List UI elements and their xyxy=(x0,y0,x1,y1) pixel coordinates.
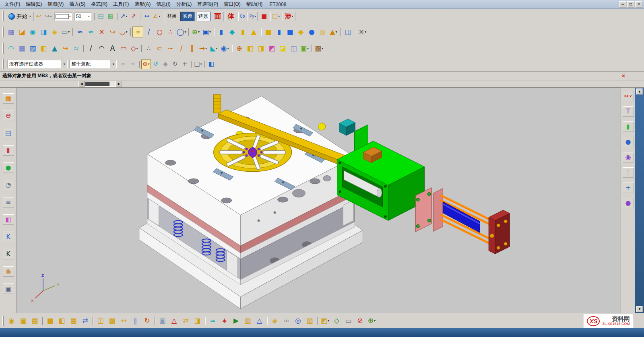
sphere-tool[interactable]: ● xyxy=(623,137,634,147)
swept-gold-button[interactable]: ◧ xyxy=(38,43,49,54)
copy-geometry-button[interactable]: ◧ xyxy=(245,43,256,54)
arrangements-button[interactable]: ▥ xyxy=(242,315,254,327)
offset-curve-button[interactable]: ⊂ xyxy=(154,43,165,54)
product-interface-button[interactable]: ◈ xyxy=(269,315,281,327)
boss-button-dropdown-icon[interactable]: ▾ xyxy=(336,30,337,34)
assembly-constraints-button[interactable]: ∥ xyxy=(130,315,141,327)
relations-browser-button[interactable]: ◎ xyxy=(292,315,304,327)
through-curves-button[interactable]: ◨ xyxy=(38,27,49,37)
datum-cross-tool[interactable]: + xyxy=(623,183,634,193)
toolbar-grip[interactable] xyxy=(2,316,4,326)
operation-navigator-tab[interactable]: ▮ xyxy=(3,145,14,156)
direct-sketch-button[interactable]: ◪ xyxy=(17,27,27,37)
roles-tab[interactable]: ◉ xyxy=(3,266,14,277)
move-component-button[interactable]: ↔ xyxy=(118,315,130,327)
she-interference-button-dropdown-icon[interactable]: ▾ xyxy=(291,14,293,18)
snap-point-button-dropdown-icon[interactable]: ▾ xyxy=(148,62,150,66)
graphics-window[interactable]: Z Y X xyxy=(17,88,621,313)
point-button[interactable]: ∴ xyxy=(165,27,176,37)
minimize-button[interactable]: – xyxy=(619,1,626,8)
assembly-navigator-tab[interactable]: ▦ xyxy=(3,93,14,104)
join-curve-button[interactable]: ◡▾ xyxy=(118,27,129,37)
copy-py-button[interactable]: Py▾ xyxy=(248,12,258,21)
replace-button[interactable]: 替换 xyxy=(165,12,179,21)
mirror-assembly-button[interactable]: ⇄ xyxy=(79,315,91,327)
mold-wizard-tool[interactable]: ◉ xyxy=(623,152,634,162)
law-curve-button[interactable]: ↪ xyxy=(60,43,71,54)
sphere-button[interactable]: ● xyxy=(306,27,317,37)
iso-view-button[interactable]: ◧ xyxy=(206,60,216,69)
cone-teal-button[interactable]: ▲ xyxy=(49,43,60,54)
menu-format[interactable]: 格式(R) xyxy=(88,0,110,8)
graphics-viewport[interactable]: Z Y X xyxy=(17,88,621,313)
interference-check-button[interactable]: △ xyxy=(168,315,180,327)
pattern-face-button[interactable]: ▣▾ xyxy=(299,43,310,54)
studio-spline-button[interactable]: ≈ xyxy=(74,27,85,37)
bounded-plane-button-dropdown-icon[interactable]: ▾ xyxy=(68,30,70,34)
redo-button[interactable]: ↪▾ xyxy=(43,12,53,21)
boss-button[interactable]: ▲▾ xyxy=(328,27,339,37)
revolve-button[interactable]: ◆ xyxy=(227,27,237,37)
measure-distance-button[interactable]: ↔ xyxy=(142,12,152,21)
copy-py-button-dropdown-icon[interactable]: ▾ xyxy=(254,14,256,18)
datum-axis-button[interactable]: ◉▾ xyxy=(219,43,230,54)
pattern-face-button-dropdown-icon[interactable]: ▾ xyxy=(307,47,309,50)
part-navigator-tab[interactable]: ▤ xyxy=(3,128,14,138)
show-dof-button[interactable]: ↻ xyxy=(141,315,153,327)
delete-body-button[interactable]: ◫ xyxy=(288,43,299,54)
replace-component-button[interactable]: ⇄ xyxy=(180,315,192,327)
shaded-tool-button[interactable]: ◆ xyxy=(161,60,170,69)
trim-curve-button[interactable]: / xyxy=(176,43,187,54)
gold-box-button-dropdown-icon[interactable]: ▾ xyxy=(278,14,280,18)
rail-scroll-down-button[interactable]: ▼ xyxy=(636,306,643,312)
face-display-button[interactable]: 面 xyxy=(212,12,224,21)
information-palette-tab[interactable]: ≡ xyxy=(3,197,14,208)
gold-block-button[interactable]: ■ xyxy=(263,27,274,37)
selection-filter-dropdown-icon[interactable]: ▾ xyxy=(61,60,67,68)
history-tab[interactable]: ◔ xyxy=(3,180,14,190)
green-capsule-tool[interactable]: ▮ xyxy=(623,121,634,132)
cone-button[interactable]: ▲ xyxy=(248,27,259,37)
extrude-button[interactable]: ▮ xyxy=(216,27,227,37)
unite-button[interactable]: ⊕▾ xyxy=(190,27,201,37)
isolate-component-button-dropdown-icon[interactable]: ▾ xyxy=(328,319,329,323)
resource-options-tab[interactable]: ▣ xyxy=(3,284,14,294)
ellipse-button-dropdown-icon[interactable]: ▾ xyxy=(185,30,186,34)
menu-edit[interactable]: 编辑(E) xyxy=(23,0,45,8)
torus-button[interactable]: ◎ xyxy=(317,27,328,37)
object-color-dropdown[interactable]: ▾ xyxy=(54,12,72,21)
undo-button[interactable]: ↩ xyxy=(34,12,43,21)
copy-co-button[interactable]: Co xyxy=(238,12,247,21)
text-tool-button[interactable]: A xyxy=(107,43,118,54)
datum-axis-button-dropdown-icon[interactable]: ▾ xyxy=(227,47,229,50)
isolate-component-button[interactable]: ◩▾ xyxy=(319,315,331,327)
menu-help[interactable]: 帮助(H) xyxy=(244,0,266,8)
assembly-cut-button[interactable]: ⊘ xyxy=(354,315,366,327)
clearance-analysis-button[interactable]: △ xyxy=(254,315,265,327)
promote-body-button[interactable]: ◪ xyxy=(277,43,288,54)
cylinder-tool[interactable]: ▯ xyxy=(623,167,634,178)
point-set-button[interactable]: ∴ xyxy=(143,43,154,54)
edge-blend-button[interactable]: ◠ xyxy=(6,43,17,54)
menu-tools[interactable]: 工具(T) xyxy=(110,0,132,8)
curve-length-button[interactable]: →▾ xyxy=(198,43,208,54)
cylinder-button[interactable]: ▮ xyxy=(237,27,248,37)
rectangle-select-button[interactable]: □▾ xyxy=(193,60,203,69)
suppress-feature-button[interactable]: ▩▾ xyxy=(314,43,324,54)
make-unique-button[interactable]: ◨ xyxy=(192,315,203,327)
translucent-display-button[interactable]: 实透 xyxy=(180,12,195,21)
blue-cylinder-button[interactable]: ▮ xyxy=(274,27,285,37)
component-groups-button[interactable]: ▧ xyxy=(304,315,316,327)
red-cube-button[interactable]: ■ xyxy=(259,12,269,21)
paste-geometry-button[interactable]: ◨ xyxy=(256,43,266,54)
wave-geometry-linker-button[interactable]: ≈ xyxy=(207,315,219,327)
selection-scope-dropdown-icon[interactable]: ▾ xyxy=(110,60,116,68)
interpart-links-button[interactable]: ∞ xyxy=(281,315,292,327)
body-display-button[interactable]: 体 xyxy=(225,12,237,21)
measure-angle-button[interactable]: ∠▾ xyxy=(152,12,161,21)
open-component-button[interactable]: ▣ xyxy=(17,315,29,327)
visual-reports-tab[interactable]: K xyxy=(3,232,14,242)
hd3d-tools-tab[interactable]: ◧ xyxy=(3,214,14,225)
constraint-navigator-tab[interactable]: ⊖ xyxy=(3,111,14,121)
start-button[interactable]: 开始 ▾ xyxy=(6,12,34,21)
